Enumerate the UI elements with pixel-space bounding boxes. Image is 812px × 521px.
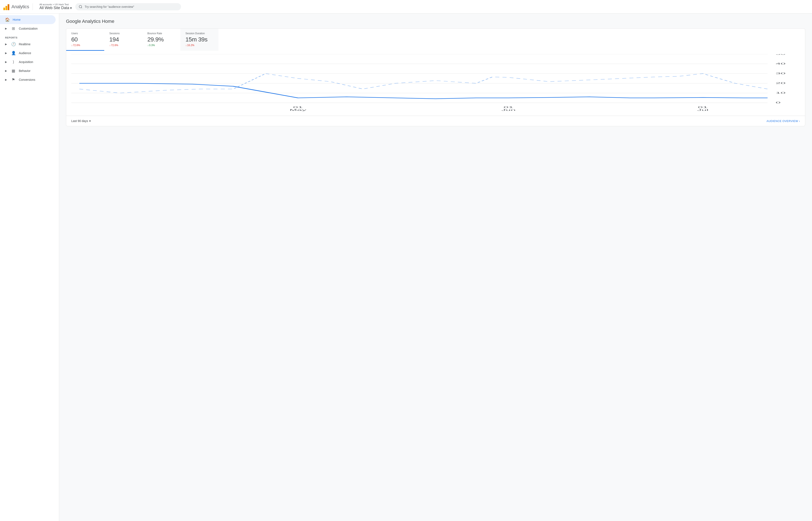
- sidebar-item-home[interactable]: 🏠 Home: [0, 15, 55, 24]
- behavior-icon: ▦: [11, 68, 16, 73]
- bounce-rate-change: ↓ 0.3%: [148, 44, 175, 47]
- logo-icon: [3, 3, 9, 10]
- main-layout: 🏠 Home ▶ ⊞ Customization REPORTS ▶ 🕐 Rea…: [0, 14, 812, 521]
- account-dropdown-icon: ▾: [70, 6, 72, 10]
- svg-line-1: [82, 7, 82, 8]
- date-range-label: Last 90 days: [71, 119, 88, 122]
- session-duration-change: ↓ 16.2%: [185, 44, 213, 47]
- svg-text:50: 50: [775, 54, 786, 55]
- main-content: Google Analytics Home Users 60 ↓ 72.6% S…: [59, 14, 812, 521]
- svg-text:May: May: [290, 109, 307, 111]
- svg-text:40: 40: [775, 62, 786, 65]
- sidebar-item-acquisition[interactable]: ▶ ⟩ Acquisition: [0, 58, 55, 66]
- page-title: Google Analytics Home: [66, 19, 805, 24]
- users-change-pct: 72.6%: [73, 44, 80, 47]
- sidebar-item-behavior[interactable]: ▶ ▦ Behavior: [0, 66, 55, 75]
- audience-expand-icon: ▶: [5, 51, 7, 54]
- audience-overview-link[interactable]: AUDIENCE OVERVIEW ›: [767, 119, 800, 122]
- search-icon: [78, 5, 83, 9]
- svg-text:01: 01: [503, 106, 514, 109]
- stats-tab-bounce-rate[interactable]: Bounce Rate 29.9% ↓ 0.3%: [142, 28, 180, 51]
- svg-text:20: 20: [775, 82, 786, 85]
- stats-tabs: Users 60 ↓ 72.6% Sessions 194 ↓ 72.6%: [66, 28, 805, 51]
- svg-text:Jun: Jun: [501, 109, 516, 111]
- bounce-rate-value: 29.9%: [148, 36, 175, 43]
- stats-tab-sessions[interactable]: Sessions 194 ↓ 72.6%: [104, 28, 142, 51]
- sessions-change-pct: 72.6%: [111, 44, 118, 47]
- app-header: Analytics All accounts > UX Hack Test Al…: [0, 0, 812, 14]
- sidebar-customization-label: Customization: [19, 27, 38, 30]
- search-bar[interactable]: Try searching for "audience overview": [75, 3, 181, 10]
- users-value: 60: [71, 36, 99, 43]
- svg-text:30: 30: [775, 72, 786, 75]
- sessions-down-arrow-icon: ↓: [109, 44, 111, 47]
- session-duration-label: Session Duration: [185, 32, 213, 35]
- users-label: Users: [71, 32, 99, 35]
- realtime-icon: 🕐: [11, 42, 16, 47]
- session-duration-change-pct: 16.2%: [187, 44, 194, 47]
- account-title-row[interactable]: All Web Site Data ▾: [40, 6, 72, 10]
- svg-text:10: 10: [775, 92, 786, 94]
- account-name: All Web Site Data: [40, 6, 69, 10]
- session-duration-value: 15m 39s: [185, 36, 213, 43]
- stats-tab-users[interactable]: Users 60 ↓ 72.6%: [66, 28, 104, 51]
- sidebar-item-customization[interactable]: ▶ ⊞ Customization: [0, 24, 55, 33]
- svg-text:Jul: Jul: [697, 109, 708, 111]
- sidebar-conversions-label: Conversions: [19, 78, 35, 82]
- sidebar-behavior-label: Behavior: [19, 69, 30, 72]
- audience-overview-chevron-icon: ›: [799, 119, 800, 122]
- chart-footer: Last 90 days ▾ AUDIENCE OVERVIEW ›: [66, 116, 805, 126]
- account-selector[interactable]: All accounts > UX Hack Test All Web Site…: [36, 3, 72, 10]
- customization-expand-icon: ▶: [5, 27, 7, 30]
- stats-card: Users 60 ↓ 72.6% Sessions 194 ↓ 72.6%: [66, 28, 805, 126]
- audience-overview-label: AUDIENCE OVERVIEW: [767, 119, 798, 122]
- sessions-change: ↓ 72.6%: [109, 44, 137, 47]
- sessions-label: Sessions: [109, 32, 137, 35]
- bounce-rate-label: Bounce Rate: [148, 32, 175, 35]
- users-change: ↓ 72.6%: [71, 44, 99, 47]
- users-down-arrow-icon: ↓: [71, 44, 72, 47]
- svg-point-0: [79, 5, 82, 8]
- realtime-expand-icon: ▶: [5, 43, 7, 46]
- svg-text:0: 0: [775, 101, 781, 104]
- acquisition-expand-icon: ▶: [5, 61, 7, 64]
- conversions-expand-icon: ▶: [5, 78, 7, 81]
- sessions-value: 194: [109, 36, 137, 43]
- svg-text:01: 01: [293, 106, 303, 109]
- sidebar-realtime-label: Realtime: [19, 43, 30, 46]
- sidebar-home-label: Home: [13, 18, 21, 21]
- search-placeholder: Try searching for "audience overview": [85, 5, 134, 8]
- stats-tab-session-duration[interactable]: Session Duration 15m 39s ↓ 16.2%: [180, 28, 219, 51]
- bounce-rate-down-arrow-icon: ↓: [148, 44, 149, 47]
- customization-icon: ⊞: [11, 26, 16, 31]
- sidebar: 🏠 Home ▶ ⊞ Customization REPORTS ▶ 🕐 Rea…: [0, 14, 59, 521]
- date-range-button[interactable]: Last 90 days ▾: [71, 119, 91, 122]
- line-chart: 0 10 20 30 40 50 01 May 01 Jun 01 Jul: [71, 54, 800, 113]
- home-icon: 🏠: [5, 17, 9, 22]
- conversions-icon: ⚑: [11, 77, 16, 82]
- sidebar-audience-label: Audience: [19, 51, 31, 55]
- sidebar-item-audience[interactable]: ▶ 👤 Audience: [0, 49, 55, 58]
- bounce-rate-change-pct: 0.3%: [149, 44, 155, 47]
- acquisition-icon: ⟩: [11, 60, 16, 64]
- breadcrumb: All accounts > UX Hack Test: [40, 3, 72, 6]
- audience-icon: 👤: [11, 51, 16, 55]
- reports-section-label: REPORTS: [0, 33, 59, 40]
- sidebar-item-conversions[interactable]: ▶ ⚑ Conversions: [0, 75, 55, 84]
- svg-text:01: 01: [698, 106, 708, 109]
- logo-area: Analytics: [3, 3, 33, 10]
- session-duration-down-arrow-icon: ↓: [185, 44, 187, 47]
- behavior-expand-icon: ▶: [5, 69, 7, 72]
- sidebar-item-realtime[interactable]: ▶ 🕐 Realtime: [0, 40, 55, 49]
- app-title: Analytics: [12, 4, 29, 9]
- date-range-dropdown-icon: ▾: [89, 119, 91, 122]
- chart-area: 0 10 20 30 40 50 01 May 01 Jun 01 Jul: [66, 51, 805, 114]
- sidebar-acquisition-label: Acquisition: [19, 60, 33, 64]
